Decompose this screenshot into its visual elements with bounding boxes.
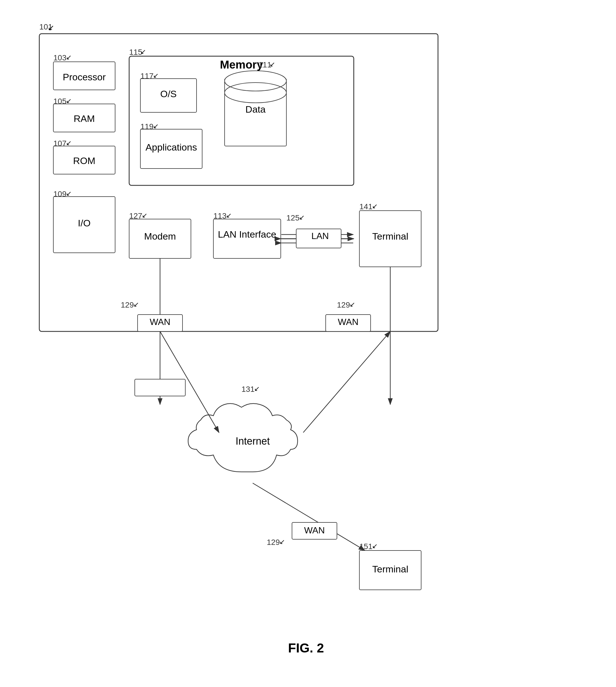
svg-rect-24 bbox=[135, 379, 185, 396]
ref-131: 131 bbox=[241, 385, 255, 394]
ram-label: RAM bbox=[53, 113, 115, 124]
ref-119: 119 bbox=[140, 122, 154, 131]
ref-129-bottom: 129 bbox=[267, 538, 280, 547]
memory-label: Memory bbox=[129, 59, 354, 71]
svg-line-26 bbox=[303, 331, 390, 432]
ref-103: 103 bbox=[53, 53, 67, 62]
internet-label: Internet bbox=[202, 435, 303, 447]
wan-label-bottom: WAN bbox=[292, 525, 337, 536]
svg-point-11 bbox=[225, 71, 286, 91]
terminal-2-label: Terminal bbox=[359, 564, 421, 575]
svg-line-25 bbox=[160, 331, 219, 432]
wan-label-left: WAN bbox=[137, 317, 182, 327]
ref-141: 141 bbox=[359, 202, 373, 211]
ref-105: 105 bbox=[53, 97, 67, 106]
svg-rect-3 bbox=[129, 56, 354, 185]
wan-label-right: WAN bbox=[326, 317, 371, 327]
rom-label: ROM bbox=[53, 155, 115, 166]
os-label: O/S bbox=[140, 88, 197, 100]
ref-127: 127 bbox=[129, 212, 142, 220]
terminal-1-label: Terminal bbox=[359, 231, 421, 242]
ref-109: 109 bbox=[53, 190, 67, 198]
modem-label: Modem bbox=[129, 231, 191, 242]
figure-caption: FIG. 2 bbox=[288, 640, 324, 656]
ref-129-left: 129 bbox=[121, 301, 134, 309]
ref-113: 113 bbox=[213, 212, 226, 220]
svg-point-12 bbox=[225, 83, 286, 103]
ref-125: 125 bbox=[286, 213, 300, 222]
ref-117: 117 bbox=[140, 72, 154, 81]
ref-129-right: 129 bbox=[337, 301, 350, 309]
io-label: I/O bbox=[53, 218, 115, 229]
ref-151: 151 bbox=[359, 542, 373, 551]
processor-label: Processor bbox=[53, 72, 115, 83]
ref-107: 107 bbox=[53, 139, 67, 148]
applications-label: Applications bbox=[140, 142, 202, 153]
data-label: Data bbox=[225, 104, 286, 115]
lan-connection-label: LAN bbox=[298, 231, 343, 241]
lan-interface-label: LAN Interface bbox=[213, 229, 281, 240]
